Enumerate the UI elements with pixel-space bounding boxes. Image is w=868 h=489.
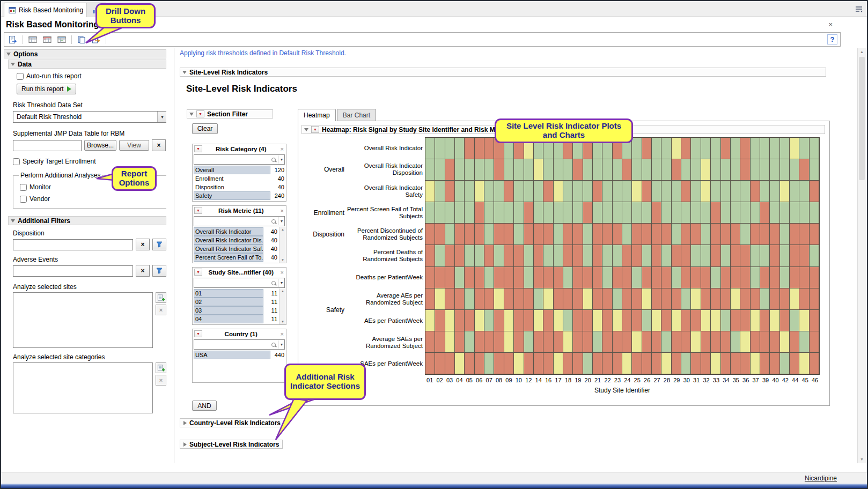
heatmap-cell[interactable] (760, 245, 770, 266)
heatmap-cell[interactable] (583, 267, 593, 288)
heatmap-cell[interactable] (465, 245, 474, 266)
heatmap-cell[interactable] (425, 353, 435, 374)
heatmap-cell[interactable] (799, 224, 809, 245)
heatmap-cell[interactable] (810, 310, 819, 331)
heatmap-cell[interactable] (751, 353, 760, 374)
heatmap-cell[interactable] (524, 245, 534, 266)
heatmap-cell[interactable] (563, 331, 573, 353)
heatmap-cell[interactable] (425, 310, 435, 331)
heatmap-cell[interactable] (445, 159, 455, 181)
heatmap-cell[interactable] (672, 288, 681, 310)
heatmap-cell[interactable] (740, 353, 750, 374)
heatmap-cell[interactable] (661, 245, 671, 266)
heatmap-cell[interactable] (652, 202, 661, 224)
list-scrollbar[interactable]: ▲▼ (279, 227, 286, 263)
clear-sites-icon[interactable] (156, 305, 166, 315)
heatmap-cell[interactable] (799, 245, 809, 266)
disclosure-open-icon[interactable] (182, 71, 187, 74)
heatmap-cell[interactable] (563, 224, 573, 245)
heatmap-cell[interactable] (602, 202, 612, 224)
heatmap-cell[interactable] (573, 331, 583, 353)
heatmap-cell[interactable] (721, 245, 731, 266)
heatmap-cell[interactable] (475, 267, 484, 288)
heatmap-cell[interactable] (534, 159, 543, 181)
heatmap-cell[interactable] (543, 245, 553, 266)
heatmap-cell[interactable] (632, 353, 642, 374)
heatmap-cell[interactable] (790, 288, 799, 310)
heatmap-cell[interactable] (514, 267, 524, 288)
heatmap-cell[interactable] (494, 288, 504, 310)
heatmap-cell[interactable] (711, 202, 720, 224)
heatmap-cell[interactable] (642, 138, 652, 159)
heatmap-cell[interactable] (721, 267, 731, 288)
heatmap-cell[interactable] (672, 159, 681, 181)
close-filter-icon[interactable]: × (280, 146, 284, 152)
heatmap-cell[interactable] (425, 224, 435, 245)
heatmap-cell[interactable] (642, 181, 652, 202)
auto-run-checkbox[interactable] (17, 73, 24, 80)
additional-filters-header[interactable]: Additional Filters (8, 216, 166, 225)
heatmap-cell[interactable] (465, 353, 474, 374)
heatmap-cell[interactable] (652, 331, 661, 353)
heatmap-cell[interactable] (593, 310, 602, 331)
heatmap-cell[interactable] (504, 267, 514, 288)
heatmap-cell[interactable] (583, 331, 593, 353)
heatmap-cell[interactable] (632, 245, 642, 266)
heatmap-cell[interactable] (770, 138, 779, 159)
heatmap-cell[interactable] (810, 353, 819, 374)
filter-search-input[interactable] (195, 217, 271, 225)
heatmap-cell[interactable] (475, 245, 484, 266)
heatmap-cell[interactable] (602, 310, 612, 331)
heatmap-cell[interactable] (661, 288, 671, 310)
close-filter-icon[interactable]: × (280, 269, 284, 276)
heatmap-cell[interactable] (583, 224, 593, 245)
heatmap-cell[interactable] (563, 310, 573, 331)
window-list-icon[interactable] (854, 4, 864, 13)
heatmap-cell[interactable] (573, 224, 583, 245)
help-button[interactable]: ? (827, 34, 837, 45)
heatmap-cell[interactable] (554, 245, 563, 266)
filter-value-row[interactable]: 0411 (194, 315, 278, 323)
heatmap-cell[interactable] (425, 181, 435, 202)
disposition-input[interactable] (13, 239, 133, 250)
heatmap-cell[interactable] (514, 288, 524, 310)
heatmap-cell[interactable] (494, 310, 504, 331)
heatmap-cell[interactable] (701, 288, 711, 310)
vendor-checkbox[interactable] (20, 196, 27, 203)
heatmap-cell[interactable] (543, 202, 553, 224)
heatmap-cell[interactable] (652, 267, 661, 288)
heatmap-cell[interactable] (504, 181, 514, 202)
heatmap-cell[interactable] (602, 159, 612, 181)
heatmap-cell[interactable] (543, 224, 553, 245)
heatmap-cell[interactable] (554, 288, 563, 310)
heatmap-cell[interactable] (484, 181, 494, 202)
heatmap-cell[interactable] (780, 224, 790, 245)
heatmap-cell[interactable] (652, 224, 661, 245)
heatmap-cell[interactable] (543, 181, 553, 202)
heatmap-cell[interactable] (661, 181, 671, 202)
heatmap-cell[interactable] (652, 159, 661, 181)
heatmap-cell[interactable] (573, 267, 583, 288)
heatmap-cell[interactable] (613, 224, 622, 245)
heatmap-cell[interactable] (790, 331, 799, 353)
heatmap-cell[interactable] (751, 331, 760, 353)
heatmap-cell[interactable] (770, 288, 779, 310)
filter-search-input[interactable] (195, 340, 271, 349)
heatmap-cell[interactable] (632, 331, 642, 353)
heatmap-cell[interactable] (465, 310, 474, 331)
heatmap-cell[interactable] (731, 267, 740, 288)
heatmap-cell[interactable] (494, 245, 504, 266)
heatmap-cell[interactable] (504, 159, 514, 181)
heatmap-cell[interactable] (751, 224, 760, 245)
heatmap-cell[interactable] (799, 202, 809, 224)
heatmap-cell[interactable] (691, 310, 701, 331)
heatmap-cell[interactable] (642, 331, 652, 353)
heatmap-cell[interactable] (484, 138, 494, 159)
heatmap-cell[interactable] (681, 245, 691, 266)
heatmap-cell[interactable] (780, 353, 790, 374)
heatmap-cell[interactable] (563, 245, 573, 266)
heatmap-cell[interactable] (465, 267, 474, 288)
heatmap-cell[interactable] (524, 288, 534, 310)
scroll-up-icon[interactable]: ▲ (281, 228, 284, 231)
heatmap-cell[interactable] (721, 159, 731, 181)
